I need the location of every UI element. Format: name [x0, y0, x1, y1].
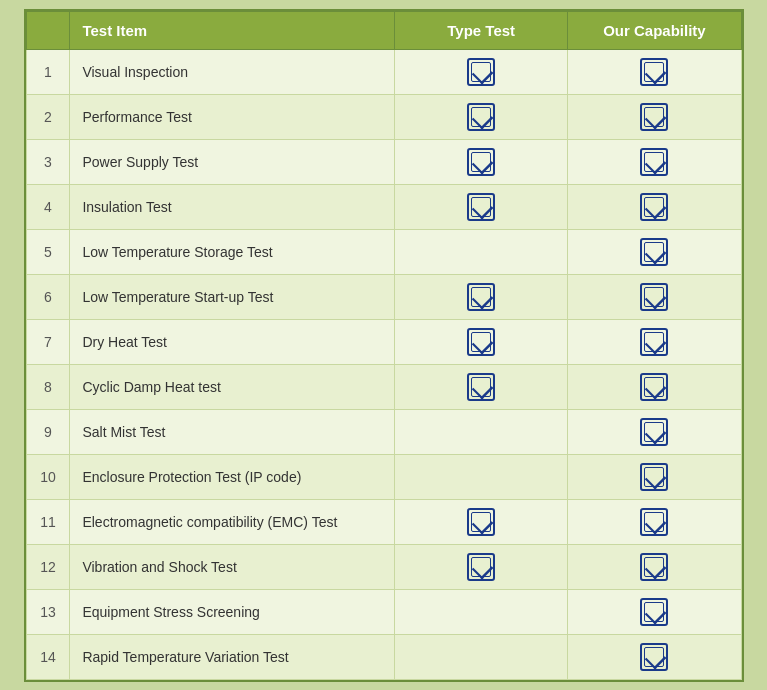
table-row: 9Salt Mist Test	[26, 409, 741, 454]
capability-cell	[568, 409, 741, 454]
capability-cell	[568, 229, 741, 274]
col-header-test-item: Test Item	[70, 11, 395, 49]
checkbox-checked-icon	[640, 418, 668, 446]
type-test-cell	[395, 229, 568, 274]
test-item-label: Cyclic Damp Heat test	[70, 364, 395, 409]
row-number: 9	[26, 409, 70, 454]
table-row: 13Equipment Stress Screening	[26, 589, 741, 634]
table-row: 7Dry Heat Test	[26, 319, 741, 364]
table-row: 11Electromagnetic compatibility (EMC) Te…	[26, 499, 741, 544]
type-test-cell	[395, 634, 568, 679]
table-row: 5Low Temperature Storage Test	[26, 229, 741, 274]
table-row: 6Low Temperature Start-up Test	[26, 274, 741, 319]
row-number: 3	[26, 139, 70, 184]
checkbox-checked-icon	[640, 463, 668, 491]
checkbox-checked-icon	[467, 148, 495, 176]
test-item-label: Low Temperature Start-up Test	[70, 274, 395, 319]
type-test-cell	[395, 409, 568, 454]
type-test-cell	[395, 139, 568, 184]
table-row: 12Vibration and Shock Test	[26, 544, 741, 589]
capability-cell	[568, 274, 741, 319]
test-item-label: Insulation Test	[70, 184, 395, 229]
checkbox-checked-icon	[467, 283, 495, 311]
type-test-cell	[395, 94, 568, 139]
test-item-label: Low Temperature Storage Test	[70, 229, 395, 274]
checkbox-checked-icon	[640, 238, 668, 266]
row-number: 12	[26, 544, 70, 589]
col-header-type-test: Type Test	[395, 11, 568, 49]
checkbox-checked-icon	[640, 103, 668, 131]
capability-cell	[568, 319, 741, 364]
capability-cell	[568, 544, 741, 589]
checkbox-checked-icon	[640, 553, 668, 581]
test-item-label: Performance Test	[70, 94, 395, 139]
checkbox-checked-icon	[640, 283, 668, 311]
type-test-cell	[395, 364, 568, 409]
type-test-cell	[395, 184, 568, 229]
capability-cell	[568, 499, 741, 544]
capability-cell	[568, 454, 741, 499]
checkbox-checked-icon	[467, 193, 495, 221]
table-row: 14Rapid Temperature Variation Test	[26, 634, 741, 679]
table-row: 2Performance Test	[26, 94, 741, 139]
checkbox-checked-icon	[640, 58, 668, 86]
test-item-label: Power Supply Test	[70, 139, 395, 184]
checkbox-checked-icon	[467, 103, 495, 131]
type-test-cell	[395, 544, 568, 589]
capability-cell	[568, 184, 741, 229]
table-row: 1Visual Inspection	[26, 49, 741, 94]
capability-cell	[568, 94, 741, 139]
row-number: 8	[26, 364, 70, 409]
type-test-cell	[395, 499, 568, 544]
type-test-cell	[395, 454, 568, 499]
test-item-label: Enclosure Protection Test (IP code)	[70, 454, 395, 499]
type-test-cell	[395, 274, 568, 319]
checkbox-checked-icon	[640, 328, 668, 356]
capability-cell	[568, 364, 741, 409]
row-number: 1	[26, 49, 70, 94]
row-number: 11	[26, 499, 70, 544]
row-number: 13	[26, 589, 70, 634]
test-item-label: Rapid Temperature Variation Test	[70, 634, 395, 679]
test-item-label: Salt Mist Test	[70, 409, 395, 454]
row-number: 2	[26, 94, 70, 139]
test-item-label: Vibration and Shock Test	[70, 544, 395, 589]
checkbox-checked-icon	[640, 193, 668, 221]
test-item-label: Visual Inspection	[70, 49, 395, 94]
capability-cell	[568, 589, 741, 634]
col-header-num	[26, 11, 70, 49]
row-number: 5	[26, 229, 70, 274]
type-test-cell	[395, 589, 568, 634]
capability-cell	[568, 139, 741, 184]
checkbox-checked-icon	[640, 508, 668, 536]
type-test-cell	[395, 49, 568, 94]
table-row: 8Cyclic Damp Heat test	[26, 364, 741, 409]
row-number: 14	[26, 634, 70, 679]
checkbox-checked-icon	[640, 373, 668, 401]
test-item-label: Dry Heat Test	[70, 319, 395, 364]
row-number: 6	[26, 274, 70, 319]
capability-table: Test Item Type Test Our Capability 1Visu…	[24, 9, 744, 682]
checkbox-checked-icon	[467, 58, 495, 86]
row-number: 7	[26, 319, 70, 364]
checkbox-checked-icon	[467, 553, 495, 581]
test-item-label: Equipment Stress Screening	[70, 589, 395, 634]
table-row: 10Enclosure Protection Test (IP code)	[26, 454, 741, 499]
type-test-cell	[395, 319, 568, 364]
checkbox-checked-icon	[467, 373, 495, 401]
row-number: 10	[26, 454, 70, 499]
checkbox-checked-icon	[467, 508, 495, 536]
table-row: 3Power Supply Test	[26, 139, 741, 184]
checkbox-checked-icon	[640, 148, 668, 176]
checkbox-checked-icon	[467, 328, 495, 356]
test-item-label: Electromagnetic compatibility (EMC) Test	[70, 499, 395, 544]
checkbox-checked-icon	[640, 598, 668, 626]
table-row: 4Insulation Test	[26, 184, 741, 229]
capability-cell	[568, 634, 741, 679]
col-header-capability: Our Capability	[568, 11, 741, 49]
row-number: 4	[26, 184, 70, 229]
checkbox-checked-icon	[640, 643, 668, 671]
capability-cell	[568, 49, 741, 94]
